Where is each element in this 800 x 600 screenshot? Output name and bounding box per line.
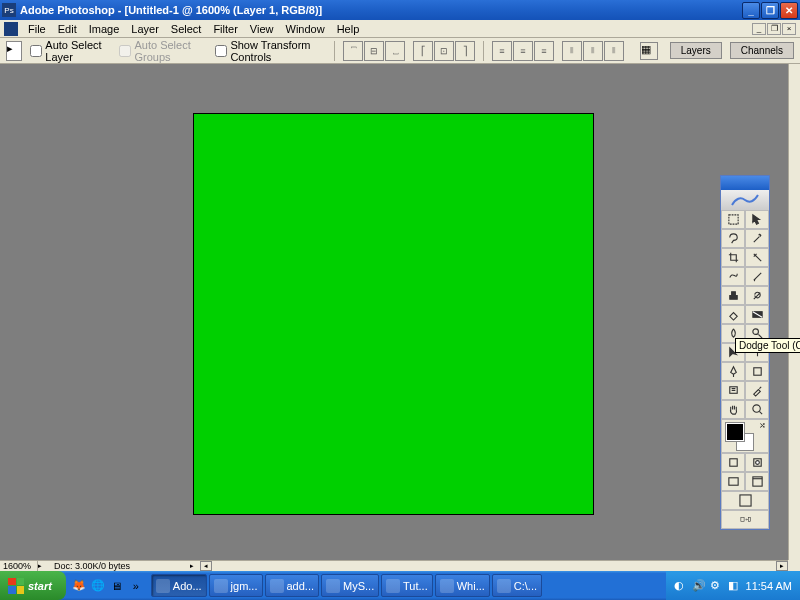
ql-firefox-icon[interactable]: 🦊 xyxy=(70,575,88,597)
dist-bottom-button[interactable]: ≡ xyxy=(534,41,554,61)
gradient-tool[interactable] xyxy=(745,305,769,324)
notes-tool[interactable] xyxy=(721,381,745,400)
mdi-minimize-button[interactable]: _ xyxy=(752,23,766,35)
move-tool[interactable] xyxy=(745,210,769,229)
tray-icon[interactable]: ⚙ xyxy=(710,579,724,593)
start-button[interactable]: start xyxy=(0,571,66,600)
tray-icon[interactable]: 🔊 xyxy=(692,579,706,593)
dist-top-button[interactable]: ≡ xyxy=(492,41,512,61)
task-mysql[interactable]: MyS... xyxy=(321,574,379,597)
zoom-tool[interactable] xyxy=(745,400,769,419)
history-brush-tool[interactable] xyxy=(745,286,769,305)
mdi-close-button[interactable]: × xyxy=(782,23,796,35)
dist-vcenter-button[interactable]: ≡ xyxy=(513,41,533,61)
task-photoshop[interactable]: Ado... xyxy=(151,574,207,597)
pen-tool[interactable] xyxy=(721,362,745,381)
foreground-color-swatch[interactable] xyxy=(726,423,744,441)
work-area xyxy=(0,64,788,571)
eyedropper-tool[interactable] xyxy=(745,381,769,400)
task-photoshop-icon xyxy=(156,579,170,593)
menu-view[interactable]: View xyxy=(244,22,280,36)
menu-help[interactable]: Help xyxy=(331,22,366,36)
zoom-field[interactable]: 1600% xyxy=(0,561,38,571)
svg-rect-11 xyxy=(739,495,750,506)
eraser-tool[interactable] xyxy=(721,305,745,324)
heal-tool[interactable] xyxy=(721,267,745,286)
wand-tool[interactable] xyxy=(745,229,769,248)
hand-tool[interactable] xyxy=(721,400,745,419)
menu-layer[interactable]: Layer xyxy=(125,22,165,36)
menu-file[interactable]: File xyxy=(22,22,52,36)
align-h-buttons: ⎡ ⊡ ⎤ xyxy=(413,41,475,61)
mdi-restore-button[interactable]: ❐ xyxy=(767,23,781,35)
imageready-button[interactable] xyxy=(721,510,769,529)
scroll-right-icon[interactable]: ▸ xyxy=(776,561,788,571)
palette-tab-channels[interactable]: Channels xyxy=(730,42,794,59)
align-vcenter-button[interactable]: ⊟ xyxy=(364,41,384,61)
marquee-tool[interactable] xyxy=(721,210,745,229)
menu-filter[interactable]: Filter xyxy=(207,22,243,36)
dist-right-button[interactable]: ⦀ xyxy=(604,41,624,61)
task-explorer[interactable]: C:\... xyxy=(492,574,542,597)
minimize-button[interactable]: _ xyxy=(742,2,760,19)
default-colors-icon[interactable] xyxy=(724,443,732,451)
screen-standard-button[interactable] xyxy=(721,472,745,491)
align-bottom-button[interactable]: ⎵ xyxy=(385,41,405,61)
task-icon xyxy=(497,579,511,593)
status-menu-icon[interactable]: ▸ xyxy=(38,562,48,570)
dist-hcenter-button[interactable]: ⦀ xyxy=(583,41,603,61)
align-hcenter-button[interactable]: ⊡ xyxy=(434,41,454,61)
color-swatches: ⤭ xyxy=(721,419,769,453)
document-icon[interactable] xyxy=(4,22,18,36)
lasso-tool[interactable] xyxy=(721,229,745,248)
screen-full-button[interactable] xyxy=(721,491,769,510)
swap-colors-icon[interactable]: ⤭ xyxy=(759,421,766,430)
align-top-button[interactable]: ⎴ xyxy=(343,41,363,61)
menu-select[interactable]: Select xyxy=(165,22,208,36)
taskbar-items: Ado... jgm... add... MyS... Tut... Whi..… xyxy=(149,574,666,597)
brush-tool[interactable] xyxy=(745,267,769,286)
standard-mode-button[interactable] xyxy=(721,453,745,472)
vertical-scrollbar[interactable] xyxy=(788,64,800,560)
align-left-button[interactable]: ⎡ xyxy=(413,41,433,61)
status-flyout-icon[interactable]: ▸ xyxy=(190,562,200,570)
clock[interactable]: 11:54 AM xyxy=(746,580,792,592)
stamp-tool[interactable] xyxy=(721,286,745,305)
dist-left-button[interactable]: ⦀ xyxy=(562,41,582,61)
menu-window[interactable]: Window xyxy=(280,22,331,36)
show-transform-checkbox[interactable]: Show Transform Controls xyxy=(215,39,326,63)
task-icon xyxy=(270,579,284,593)
menu-edit[interactable]: Edit xyxy=(52,22,83,36)
tool-preset-picker[interactable]: ▸ xyxy=(6,41,22,61)
menu-image[interactable]: Image xyxy=(83,22,126,36)
palette-tab-layers[interactable]: Layers xyxy=(670,42,722,59)
palette-well-button[interactable]: ▦ xyxy=(640,42,658,60)
window-controls: _ ❐ ✕ xyxy=(742,2,798,19)
task-jgm[interactable]: jgm... xyxy=(209,574,263,597)
task-add[interactable]: add... xyxy=(265,574,320,597)
task-tut[interactable]: Tut... xyxy=(381,574,433,597)
canvas[interactable] xyxy=(193,113,594,515)
toolbox-drag-handle[interactable] xyxy=(721,176,769,190)
slice-tool[interactable] xyxy=(745,248,769,267)
task-whi[interactable]: Whi... xyxy=(435,574,490,597)
tooltip: Dodge Tool (O) xyxy=(735,338,800,353)
tray-icon[interactable]: ◐ xyxy=(674,579,688,593)
shape-tool[interactable] xyxy=(745,362,769,381)
taskbar: start 🦊 🌐 🖥 » Ado... jgm... add... MyS..… xyxy=(0,571,800,600)
align-right-button[interactable]: ⎤ xyxy=(455,41,475,61)
svg-rect-0 xyxy=(728,215,737,224)
screen-full-menu-button[interactable] xyxy=(745,472,769,491)
tray-icon[interactable]: ◧ xyxy=(728,579,742,593)
horizontal-scrollbar[interactable]: ◂ ▸ xyxy=(200,560,788,571)
ql-browser-icon[interactable]: 🌐 xyxy=(89,575,107,597)
auto-select-layer-checkbox[interactable]: Auto Select Layer xyxy=(30,39,111,63)
close-button[interactable]: ✕ xyxy=(780,2,798,19)
ql-desktop-icon[interactable]: 🖥 xyxy=(108,575,126,597)
task-icon xyxy=(326,579,340,593)
crop-tool[interactable] xyxy=(721,248,745,267)
quickmask-mode-button[interactable] xyxy=(745,453,769,472)
scroll-left-icon[interactable]: ◂ xyxy=(200,561,212,571)
maximize-button[interactable]: ❐ xyxy=(761,2,779,19)
ql-chevron-icon[interactable]: » xyxy=(127,575,145,597)
